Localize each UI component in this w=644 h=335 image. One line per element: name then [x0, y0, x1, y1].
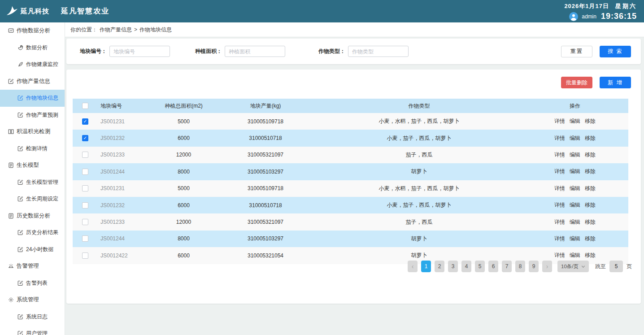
- detail-action[interactable]: 详情: [554, 252, 565, 258]
- sidebar-item-label: 检测详情: [26, 145, 48, 152]
- edit-action[interactable]: 编辑: [570, 168, 580, 174]
- cell-plot-id: JS001244: [98, 235, 153, 242]
- table-row: ✓JS001232600031000510718小麦，茄子，西瓜，胡萝卜详情编辑…: [73, 130, 628, 146]
- chevron-left-icon[interactable]: ‹: [408, 261, 418, 272]
- remove-action[interactable]: 移除: [585, 118, 596, 124]
- sidebar-item-data-analysis[interactable]: 数据分析: [0, 39, 65, 57]
- sidebar-item-user-mgmt[interactable]: 用户管理: [0, 325, 65, 335]
- sidebar-item-crop-data-analysis[interactable]: 作物数据分析: [0, 22, 65, 39]
- row-checkbox[interactable]: [82, 185, 88, 191]
- column-header-area: 种植总面积(m2): [153, 102, 214, 110]
- area-filter-input[interactable]: [225, 46, 285, 57]
- detail-action[interactable]: 详情: [554, 219, 565, 225]
- row-checkbox[interactable]: [82, 169, 88, 175]
- row-checkbox[interactable]: ✓: [82, 118, 88, 125]
- sidebar-item-label: 作物产量预测: [26, 111, 58, 119]
- remove-action[interactable]: 移除: [585, 152, 596, 158]
- edit-square-icon: [17, 196, 23, 202]
- sidebar-item-label: 生长周期设定: [26, 195, 58, 203]
- jump-page-input[interactable]: [609, 261, 623, 272]
- sidebar-item-detection-detail[interactable]: 检测详情: [0, 140, 65, 157]
- page-button-3[interactable]: 3: [448, 261, 458, 272]
- reset-button[interactable]: 重置: [561, 46, 592, 57]
- sidebar-item-growth-model[interactable]: 生长模型: [0, 157, 65, 174]
- sidebar-item-history-data-analysis[interactable]: 历史数据分析: [0, 208, 65, 225]
- page-button-1[interactable]: 1: [421, 261, 431, 272]
- cell-area: 6000: [153, 202, 214, 209]
- sidebar-item-system-mgmt[interactable]: 系统管理: [0, 291, 65, 309]
- sidebar-item-accum-temp-light-check[interactable]: 积温积光检测: [0, 123, 65, 140]
- page-button-8[interactable]: 8: [515, 261, 525, 272]
- chevron-right-icon[interactable]: ›: [542, 261, 552, 272]
- search-button[interactable]: 搜 索: [600, 46, 631, 57]
- remove-action[interactable]: 移除: [585, 235, 596, 242]
- remove-action[interactable]: 移除: [585, 219, 596, 225]
- current-date: 2026年1月17日: [564, 3, 609, 9]
- page-button-4[interactable]: 4: [461, 261, 471, 272]
- sidebar-item-crop-plot-info[interactable]: 作物地块信息: [0, 90, 65, 107]
- edit-action[interactable]: 编辑: [570, 152, 580, 158]
- table-row: JS0012448000310005103297胡萝卜详情编辑移除: [73, 231, 628, 247]
- remove-action[interactable]: 移除: [585, 185, 596, 191]
- page-button-9[interactable]: 9: [529, 261, 539, 272]
- page-button-2[interactable]: 2: [435, 261, 444, 272]
- jump-suffix: 页: [627, 263, 632, 270]
- date-line: 2026年1月17日星期六: [564, 2, 637, 10]
- page-button-7[interactable]: 7: [502, 261, 512, 272]
- page-button-5[interactable]: 5: [475, 261, 485, 272]
- row-checkbox[interactable]: [82, 202, 88, 209]
- edit-action[interactable]: 编辑: [570, 135, 580, 141]
- remove-action[interactable]: 移除: [585, 252, 596, 258]
- sidebar-item-alarm-mgmt[interactable]: 告警管理: [0, 258, 65, 275]
- breadcrumb-parent[interactable]: 作物产量信息: [100, 26, 132, 34]
- crop-type-filter-label: 作物类型：: [318, 48, 345, 55]
- edit-action[interactable]: 编辑: [570, 235, 580, 242]
- detail-action[interactable]: 详情: [554, 135, 565, 141]
- sidebar-item-crop-yield-forecast[interactable]: 作物产量预测: [0, 107, 65, 124]
- edit-action[interactable]: 编辑: [570, 252, 580, 258]
- add-button[interactable]: 新 增: [600, 77, 631, 88]
- detail-action[interactable]: 详情: [554, 118, 565, 124]
- remove-action[interactable]: 移除: [585, 135, 596, 141]
- sidebar-item-system-log[interactable]: 系统日志: [0, 309, 65, 326]
- edit-action[interactable]: 编辑: [570, 185, 580, 191]
- batch-delete-button[interactable]: 批量删除: [561, 77, 592, 88]
- cell-area: 6000: [153, 252, 214, 259]
- detail-action[interactable]: 详情: [554, 202, 565, 208]
- detail-action[interactable]: 详情: [554, 152, 565, 158]
- edit-action[interactable]: 编辑: [570, 219, 580, 225]
- columns-icon: [8, 129, 14, 135]
- user-avatar-icon[interactable]: [569, 12, 578, 21]
- select-all-checkbox[interactable]: [82, 103, 88, 109]
- remove-action[interactable]: 移除: [585, 168, 596, 174]
- sidebar-item-crop-health-monitor[interactable]: 作物健康监控: [0, 56, 65, 73]
- detail-action[interactable]: 详情: [554, 168, 565, 174]
- detail-action[interactable]: 详情: [554, 185, 565, 191]
- detail-action[interactable]: 详情: [554, 235, 565, 242]
- row-checkbox[interactable]: ✓: [82, 135, 88, 141]
- row-checkbox[interactable]: [82, 252, 88, 259]
- sidebar-item-growth-model-mgmt[interactable]: 生长模型管理: [0, 174, 65, 191]
- crop-type-filter-input[interactable]: [348, 46, 409, 57]
- app-header: 延凡科技 延凡智慧农业 2026年1月17日星期六 admin 19:36:15: [0, 0, 644, 22]
- row-checkbox[interactable]: [82, 152, 88, 158]
- sidebar-item-alarm-list[interactable]: 告警列表: [0, 275, 65, 292]
- row-checkbox[interactable]: [82, 219, 88, 225]
- edit-action[interactable]: 编辑: [570, 202, 580, 208]
- username[interactable]: admin: [582, 13, 596, 20]
- plot-id-filter-input[interactable]: [109, 46, 170, 57]
- sidebar-item-growth-cycle-setting[interactable]: 生长周期设定: [0, 191, 65, 208]
- area-filter-label: 种植面积：: [195, 48, 222, 55]
- page-button-6[interactable]: 6: [488, 261, 498, 272]
- sidebar-item-data-24h[interactable]: 24小时数据: [0, 241, 65, 258]
- cell-actions: 详情编辑移除: [521, 168, 629, 175]
- sidebar-item-history-analysis-result[interactable]: 历史分析结果: [0, 224, 65, 241]
- row-checkbox[interactable]: [82, 235, 88, 242]
- page-size-select[interactable]: 10条/页: [557, 261, 589, 272]
- edit-square-icon: [17, 112, 23, 118]
- edit-square-icon: [17, 314, 23, 320]
- sidebar-item-crop-yield-info[interactable]: 作物产量信息: [0, 73, 65, 90]
- edit-action[interactable]: 编辑: [570, 118, 580, 124]
- remove-action[interactable]: 移除: [585, 202, 596, 208]
- current-weekday: 星期六: [615, 3, 637, 9]
